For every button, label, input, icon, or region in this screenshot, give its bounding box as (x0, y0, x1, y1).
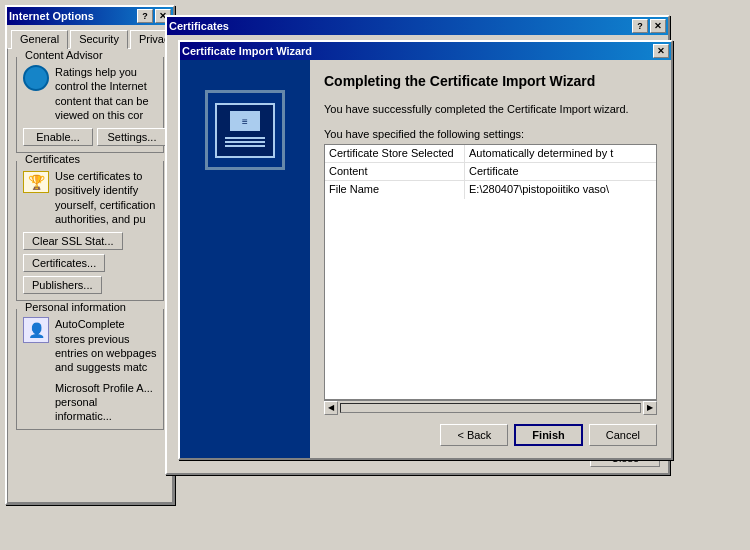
cert-line-2 (225, 141, 265, 143)
wizard-heading: Completing the Certificate Import Wizard (324, 72, 657, 90)
help-button[interactable]: ? (137, 9, 153, 23)
certificates-titlebar: Certificates ? ✕ (167, 17, 668, 35)
settings-val-1: Certificate (465, 163, 656, 180)
autocomplete-text: AutoComplete stores previous entries on … (55, 317, 157, 374)
cert-lines (225, 135, 265, 149)
content-advisor-text: Ratings help you control the Internet co… (55, 65, 157, 122)
certificates-section: Certificates 🏆 Use certificates to posit… (16, 161, 164, 301)
advisor-settings-button[interactable]: Settings... (97, 128, 167, 146)
certificates-section-icon: 🏆 (23, 169, 49, 195)
globe-icon (23, 65, 49, 91)
wizard-footer: < Back Finish Cancel (324, 414, 657, 446)
scrollbar-track[interactable] (340, 403, 641, 413)
certificates-label: Certificates (23, 153, 82, 165)
scroll-right-button[interactable]: ▶ (643, 401, 657, 415)
settings-row-0: Certificate Store Selected Automatically… (325, 145, 656, 163)
content-advisor-label: Content Advisor (23, 49, 105, 61)
profile-text: Microsoft Profile A... personal informat… (55, 381, 157, 424)
certificates-win-title: Certificates (169, 20, 229, 32)
enable-button[interactable]: Enable... (23, 128, 93, 146)
wizard-title: Certificate Import Wizard (182, 45, 312, 57)
personal-info-icon: 👤 (23, 317, 49, 343)
tab-security[interactable]: Security (70, 30, 128, 49)
settings-row-1: Content Certificate (325, 163, 656, 181)
wizard-window: Certificate Import Wizard ✕ ≡ (178, 40, 673, 460)
wizard-titlebar: Certificate Import Wizard ✕ (180, 42, 671, 60)
settings-val-0: Automatically determined by t (465, 145, 656, 162)
cancel-button[interactable]: Cancel (589, 424, 657, 446)
cert-doc-icon: 🏆 (23, 171, 49, 193)
settings-key-0: Certificate Store Selected (325, 145, 465, 162)
settings-table: Certificate Store Selected Automatically… (324, 144, 657, 400)
personal-info-section: Personal information 👤 AutoComplete stor… (16, 309, 164, 430)
wizard-desc1: You have successfully completed the Cert… (324, 102, 657, 117)
cert-ribbon: ≡ (230, 111, 260, 131)
wizard-sidebar: ≡ (180, 60, 310, 458)
finish-button[interactable]: Finish (514, 424, 582, 446)
wizard-settings-label: You have specified the following setting… (324, 128, 657, 140)
cert-close-x-button[interactable]: ✕ (650, 19, 666, 33)
internet-options-window: Internet Options ? ✕ General Security Pr… (5, 5, 175, 505)
settings-val-2: E:\280407\pistopoiitiko vaso\ (465, 181, 656, 199)
cert-line-1 (225, 137, 265, 139)
internet-options-titlebar: Internet Options ? ✕ (7, 7, 173, 25)
internet-options-content: General Security Privacy Content Advisor… (7, 25, 173, 503)
scroll-left-button[interactable]: ◀ (324, 401, 338, 415)
wizard-content: Completing the Certificate Import Wizard… (310, 60, 671, 458)
cert-line-3 (225, 145, 265, 147)
publishers-button[interactable]: Publishers... (23, 276, 102, 294)
clear-ssl-button[interactable]: Clear SSL Stat... (23, 232, 123, 250)
person-icon: 👤 (23, 317, 49, 343)
internet-options-title: Internet Options (9, 10, 94, 22)
cert-icon-inner: ≡ (215, 103, 275, 158)
settings-key-1: Content (325, 163, 465, 180)
wizard-body: ≡ Completing the Certificate Import Wiza… (180, 60, 671, 458)
content-advisor-icon (23, 65, 49, 91)
cert-help-button[interactable]: ? (632, 19, 648, 33)
wizard-cert-icon: ≡ (205, 90, 285, 170)
certificates-section-text: Use certificates to positively identify … (55, 169, 157, 226)
tab-general[interactable]: General (11, 30, 68, 49)
horizontal-scrollbar[interactable]: ◀ ▶ (324, 400, 657, 414)
settings-key-2: File Name (325, 181, 465, 199)
tabs-bar: General Security Privacy (7, 25, 173, 48)
settings-row-2: File Name E:\280407\pistopoiitiko vaso\ (325, 181, 656, 199)
tab-content-security: Content Advisor Ratings help you control… (7, 48, 173, 503)
personal-info-label: Personal information (23, 301, 128, 313)
content-advisor-section: Content Advisor Ratings help you control… (16, 57, 164, 153)
back-button[interactable]: < Back (440, 424, 508, 446)
certificates-button[interactable]: Certificates... (23, 254, 105, 272)
wizard-close-button[interactable]: ✕ (653, 44, 669, 58)
